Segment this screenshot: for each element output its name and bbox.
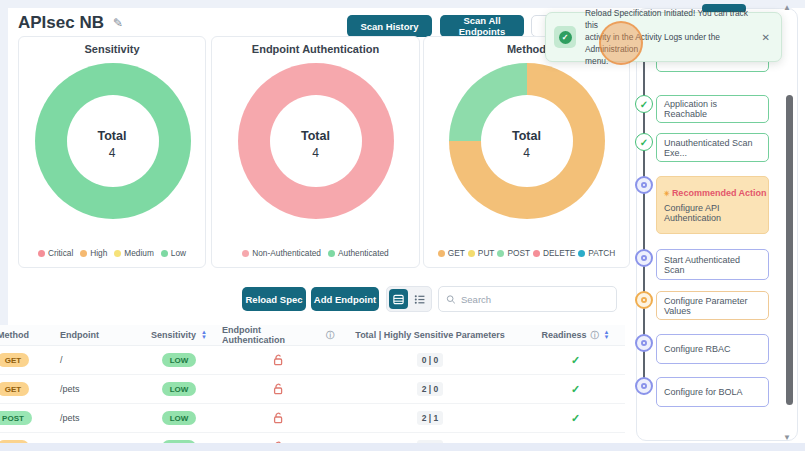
legend-item[interactable]: Authenticated	[328, 248, 389, 258]
timeline-item-label: Configure for BOLA	[664, 387, 761, 397]
timeline-pending-blue-icon	[635, 249, 653, 267]
col-readiness[interactable]: Readinessⓘ▲▼	[526, 330, 625, 341]
scrollbar-down-arrow[interactable]: ▼	[783, 433, 791, 442]
scan-all-endpoints-button[interactable]: Scan All Endpoints	[440, 15, 524, 37]
success-check-icon: ✓	[554, 26, 576, 48]
legend-label: Non-Authenticated	[252, 248, 321, 258]
reload-spec-button[interactable]: Reload Spec	[242, 287, 306, 311]
col-method[interactable]: Method	[0, 330, 48, 340]
method-badge: GET	[0, 353, 29, 367]
timeline-item[interactable]: ✳Recommended ActionConfigure API Authent…	[656, 176, 769, 234]
chart-legend: CriticalHighMediumLow	[19, 248, 205, 258]
legend-item[interactable]: Critical	[38, 248, 73, 258]
legend-item[interactable]: DELETE	[533, 248, 575, 258]
timeline-item[interactable]: Application is Reachable	[656, 95, 769, 123]
sensitivity-badge: LOW	[162, 411, 197, 425]
timeline-item-label: Start Authenticated Scan	[664, 255, 761, 275]
search-icon	[446, 294, 456, 305]
toast-notification: ✓ Reload Specification Initiated! You ca…	[545, 12, 782, 62]
info-icon[interactable]: ⓘ	[591, 330, 599, 341]
bottom-strip	[0, 443, 805, 451]
legend-label: POST	[507, 248, 530, 258]
donut-total: Total 4	[19, 129, 205, 160]
donut-total: Total 4	[212, 129, 419, 160]
timeline-item-label: Application is Reachable	[664, 99, 761, 119]
col-params[interactable]: Total | Highly Sensitive Parameters	[334, 330, 526, 340]
legend-item[interactable]: Medium	[114, 248, 154, 258]
legend-item[interactable]: POST	[497, 248, 530, 258]
method-badge: POST	[0, 411, 32, 425]
legend-dot-icon	[438, 250, 445, 257]
unlocked-icon	[272, 383, 284, 396]
donut-total: Total 4	[424, 129, 629, 160]
legend-label: Low	[171, 248, 186, 258]
legend-dot-icon	[533, 250, 540, 257]
scan-history-button[interactable]: Scan History	[347, 15, 432, 37]
legend-item[interactable]: PATCH	[578, 248, 615, 258]
add-endpoint-button[interactable]: Add Endpoint	[311, 287, 379, 311]
legend-label: High	[90, 248, 107, 258]
edit-title-icon[interactable]: ✎	[113, 16, 123, 30]
table-header-row: Method Endpoint Sensitivity▲▼ Endpoint A…	[0, 325, 625, 346]
legend-dot-icon	[80, 250, 87, 257]
unlocked-icon	[272, 354, 284, 367]
table-row[interactable]: GET/LOW0 | 0✓	[0, 346, 625, 375]
chart-legend: Non-AuthenticatedAuthenticated	[212, 248, 419, 258]
auth-cell[interactable]	[222, 354, 334, 367]
apisec-dashboard: APIsec NB ✎ Scan History Scan All Endpoi…	[0, 0, 805, 451]
timeline-item[interactable]: Unauthenticated Scan Exe...	[656, 133, 769, 162]
endpoint-auth-chart-card: Endpoint Authentication Total 4 Non-Auth…	[211, 36, 420, 268]
legend-item[interactable]: GET	[438, 248, 465, 258]
timeline-item[interactable]: Start Authenticated Scan	[656, 249, 769, 280]
chart-legend: GETPUTPOSTDELETEPATCH	[424, 248, 629, 258]
legend-dot-icon	[242, 250, 249, 257]
table-row[interactable]: POST/petsLOW2 | 1✓	[0, 404, 625, 433]
sensitivity-badge: LOW	[162, 382, 197, 396]
scrollbar-up-arrow[interactable]: ▲	[783, 3, 791, 12]
chart-title: Sensitivity	[19, 43, 205, 55]
legend-item[interactable]: Non-Authenticated	[242, 248, 321, 258]
legend-item[interactable]: High	[80, 248, 107, 258]
auth-cell[interactable]	[222, 412, 334, 425]
legend-label: PATCH	[588, 248, 615, 258]
search-input[interactable]	[461, 294, 609, 305]
table-row[interactable]: GET/petsLOW2 | 0✓	[0, 375, 625, 404]
table-icon	[392, 293, 405, 306]
legend-dot-icon	[328, 250, 335, 257]
legend-label: Critical	[48, 248, 73, 258]
table-view-button[interactable]	[389, 289, 408, 309]
toast-close-icon[interactable]: ✕	[759, 32, 773, 43]
click-indicator	[599, 21, 643, 65]
sensitivity-cell: LOW	[136, 382, 222, 396]
legend-dot-icon	[114, 250, 121, 257]
timeline-pending-blue-icon	[635, 176, 653, 194]
table-row[interactable]: GET/pets/{petId}LOW1 | 1✓	[0, 433, 625, 443]
legend-label: Medium	[124, 248, 154, 258]
legend-item[interactable]: Low	[161, 248, 186, 258]
col-endpoint-auth[interactable]: Endpoint Authenticationⓘ	[222, 325, 334, 345]
timeline-pending-blue-icon	[635, 377, 653, 395]
scrollbar-thumb[interactable]	[786, 95, 793, 405]
info-icon[interactable]: ⓘ	[326, 330, 334, 341]
legend-item[interactable]: PUT	[468, 248, 495, 258]
sensitivity-cell: LOW	[136, 353, 222, 367]
method-badge: GET	[0, 382, 29, 396]
method-cell: POST	[0, 411, 48, 425]
sensitivity-cell: LOW	[136, 411, 222, 425]
method-chart-card: Method Total 4 GETPUTPOSTDELETEPATCH	[423, 36, 630, 268]
timeline-item[interactable]: Configure for BOLA	[656, 377, 769, 407]
sensitivity-chart-card: Sensitivity Total 4 CriticalHighMediumLo…	[18, 36, 206, 268]
auth-cell[interactable]	[222, 383, 334, 396]
timeline-item[interactable]: Configure Parameter Values	[656, 291, 769, 320]
timeline-item[interactable]: Configure RBAC	[656, 334, 769, 364]
endpoint-cell: /pets	[48, 384, 136, 394]
endpoints-table: Method Endpoint Sensitivity▲▼ Endpoint A…	[0, 325, 631, 443]
col-endpoint[interactable]: Endpoint	[48, 330, 136, 340]
sort-icon[interactable]: ▲▼	[604, 330, 610, 340]
list-view-button[interactable]	[410, 289, 429, 309]
timeline-item-label: Configure Parameter Values	[664, 296, 761, 316]
col-sensitivity[interactable]: Sensitivity▲▼	[136, 330, 222, 340]
readiness-cell: ✓	[526, 383, 625, 396]
sort-icon[interactable]: ▲▼	[201, 330, 207, 340]
timeline-item-label: Unauthenticated Scan Exe...	[664, 138, 761, 158]
